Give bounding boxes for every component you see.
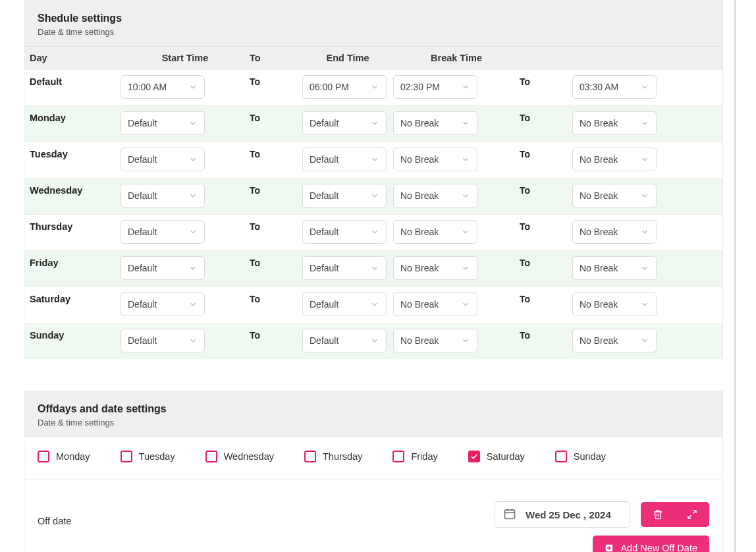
delete-offdate-button[interactable]: [641, 502, 675, 527]
chevron-down-icon: [370, 263, 379, 273]
start-time-dropdown[interactable]: Default: [121, 329, 205, 352]
offdays-checkbox-row: MondayTuesdayWednesdayThursdayFridaySatu…: [24, 437, 722, 480]
svg-line-4: [693, 511, 696, 514]
break-end-dropdown[interactable]: No Break: [572, 329, 657, 352]
break-end-dropdown[interactable]: No Break: [572, 184, 657, 207]
to-label: To: [250, 292, 302, 304]
chevron-down-icon: [640, 191, 649, 200]
offdays-panel: Offdays and date settings Date & time se…: [24, 391, 723, 552]
start-time-dropdown[interactable]: Default: [121, 292, 205, 316]
offdate-label: Off date: [38, 501, 71, 526]
chevron-down-icon: [461, 263, 470, 273]
chevron-down-icon: [640, 263, 649, 273]
end-time-dropdown[interactable]: Default: [302, 111, 387, 135]
break-end-dropdown[interactable]: No Break: [572, 292, 657, 316]
offday-label: Wednesday: [224, 451, 274, 462]
start-time-value: Default: [128, 227, 157, 237]
break-end-dropdown[interactable]: No Break: [572, 148, 657, 171]
start-time-value: Default: [128, 299, 157, 310]
check-icon: [470, 453, 478, 460]
start-time-dropdown[interactable]: 10:00 AM: [121, 75, 205, 99]
break-start-dropdown[interactable]: No Break: [393, 148, 477, 171]
start-time-dropdown[interactable]: Default: [121, 148, 205, 171]
checkbox-box: [205, 451, 217, 462]
break-start-dropdown[interactable]: No Break: [393, 256, 477, 280]
chevron-down-icon: [188, 263, 198, 273]
end-time-dropdown[interactable]: Default: [302, 148, 387, 171]
break-start-dropdown[interactable]: No Break: [393, 292, 477, 316]
end-time-value: Default: [310, 154, 338, 165]
chevron-down-icon: [461, 336, 470, 345]
end-time-dropdown[interactable]: Default: [302, 220, 387, 244]
chevron-down-icon: [640, 119, 649, 128]
end-time-dropdown[interactable]: Default: [302, 184, 387, 207]
offdays-panel-subtitle: Date & time settings: [38, 418, 709, 428]
expand-offdate-button[interactable]: [675, 502, 709, 527]
schedule-table-header: Day Start Time To End Time Break Time: [24, 46, 722, 69]
schedule-row: WednesdayDefaultToDefaultNo BreakToNo Br…: [24, 178, 722, 214]
break-start-value: No Break: [400, 227, 439, 237]
to-label: To: [250, 329, 302, 341]
offday-label: Sunday: [574, 451, 606, 462]
break-end-dropdown[interactable]: No Break: [572, 256, 657, 280]
offday-checkbox-wednesday[interactable]: Wednesday: [205, 451, 274, 462]
end-time-dropdown[interactable]: Default: [302, 256, 387, 280]
chevron-down-icon: [640, 227, 649, 236]
offday-label: Thursday: [323, 451, 362, 462]
break-start-dropdown[interactable]: 02:30 PM: [393, 75, 477, 99]
offday-label: Monday: [56, 451, 90, 462]
schedule-day-label: Saturday: [30, 292, 121, 304]
break-start-dropdown[interactable]: No Break: [393, 111, 477, 135]
schedule-day-label: Thursday: [30, 220, 121, 232]
break-start-dropdown[interactable]: No Break: [393, 329, 477, 352]
to-label: To: [520, 329, 572, 341]
chevron-down-icon: [370, 119, 379, 128]
offday-checkbox-thursday[interactable]: Thursday: [304, 451, 362, 462]
calendar-icon: [503, 507, 516, 522]
offdays-panel-title: Offdays and date settings: [38, 403, 709, 415]
offday-checkbox-saturday[interactable]: Saturday: [468, 451, 525, 462]
start-time-value: Default: [128, 118, 157, 128]
offdate-date-input[interactable]: Wed 25 Dec , 2024: [495, 501, 630, 528]
start-time-dropdown[interactable]: Default: [121, 256, 205, 280]
break-start-value: No Break: [400, 335, 439, 346]
break-end-dropdown[interactable]: No Break: [572, 220, 657, 244]
end-time-dropdown[interactable]: Default: [302, 329, 387, 352]
chevron-down-icon: [370, 300, 379, 309]
offday-checkbox-tuesday[interactable]: Tuesday: [121, 451, 175, 462]
checkbox-box: [555, 451, 567, 462]
schedule-day-label: Wednesday: [30, 184, 121, 196]
break-start-dropdown[interactable]: No Break: [393, 184, 477, 207]
offday-label: Saturday: [487, 451, 525, 462]
end-time-dropdown[interactable]: 06:00 PM: [302, 75, 387, 99]
to-label: To: [520, 75, 572, 87]
to-label: To: [250, 256, 302, 268]
offday-checkbox-monday[interactable]: Monday: [38, 451, 90, 462]
end-time-dropdown[interactable]: Default: [302, 292, 387, 316]
break-start-dropdown[interactable]: No Break: [393, 220, 477, 244]
chevron-down-icon: [188, 155, 198, 164]
to-label: To: [250, 111, 302, 123]
start-time-value: Default: [128, 335, 157, 346]
schedule-day-label: Sunday: [30, 329, 121, 341]
schedule-row: ThursdayDefaultToDefaultNo BreakToNo Bre…: [24, 214, 722, 250]
col-header-end: End Time: [302, 53, 393, 63]
start-time-dropdown[interactable]: Default: [121, 220, 205, 244]
to-label: To: [520, 292, 572, 304]
col-header-start: Start Time: [121, 53, 250, 63]
offday-checkbox-friday[interactable]: Friday: [392, 451, 437, 462]
chevron-down-icon: [461, 82, 470, 92]
start-time-dropdown[interactable]: Default: [121, 111, 205, 135]
break-start-value: No Break: [400, 190, 439, 201]
offday-checkbox-sunday[interactable]: Sunday: [555, 451, 606, 462]
svg-line-5: [688, 515, 691, 518]
to-label: To: [520, 111, 572, 123]
schedule-panel: Shedule settings Date & time settings Da…: [24, 0, 723, 359]
add-offdate-button[interactable]: Add New Off Date: [593, 536, 709, 552]
to-label: To: [520, 220, 572, 232]
start-time-value: Default: [128, 154, 157, 165]
break-end-dropdown[interactable]: 03:30 AM: [572, 75, 657, 99]
break-start-value: No Break: [400, 154, 439, 165]
start-time-dropdown[interactable]: Default: [121, 184, 205, 207]
break-end-dropdown[interactable]: No Break: [572, 111, 657, 135]
